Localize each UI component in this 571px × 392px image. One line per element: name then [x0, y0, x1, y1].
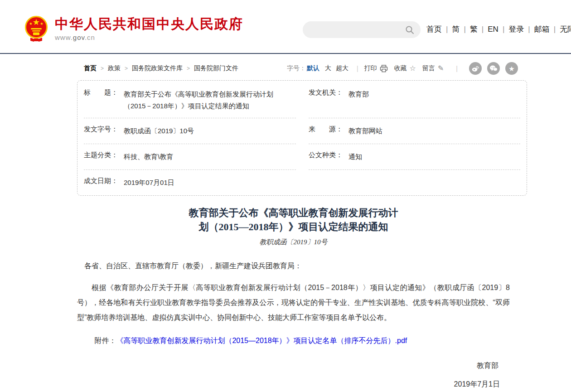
nav-separator: | — [498, 25, 508, 34]
breadcrumb-policy-library[interactable]: 国务院政策文件库 — [132, 64, 183, 72]
nav-separator: | — [442, 25, 452, 34]
site-url-cn: .cn — [85, 34, 95, 41]
font-size-label: 字号： — [287, 64, 306, 73]
search-box[interactable] — [303, 21, 421, 38]
breadcrumb-home[interactable]: 首页 — [84, 64, 97, 72]
meta-label: 主题分类： — [84, 151, 118, 160]
search-icon[interactable] — [405, 25, 414, 34]
meta-cell-source: 来 源：教育部网站 — [309, 118, 520, 144]
site-url-www: www. — [55, 34, 73, 41]
body-paragraph: 根据《教育部办公厅关于开展〈高等职业教育创新发展行动计划（2015－2018年）… — [77, 280, 510, 325]
meta-label: 来 源： — [309, 125, 343, 134]
sign-date: 2019年7月1日 — [77, 380, 510, 389]
meta-label: 发文字号： — [84, 125, 118, 134]
print-button[interactable]: 打印 — [364, 64, 388, 73]
printer-icon — [380, 65, 388, 73]
toolbar-divider: | — [357, 65, 358, 72]
nav-mail[interactable]: 邮箱 — [534, 25, 550, 34]
document-number: 教职成函〔2019〕10号 — [77, 238, 510, 247]
meta-cell-empty — [309, 169, 520, 195]
print-label: 打印 — [364, 64, 377, 73]
page-toolbar: 字号： 默认 大 超大 | 打印 收藏 ☆ 留言 ✎ | — [287, 62, 518, 75]
meta-label: 发文机关： — [309, 88, 343, 97]
wechat-icon — [489, 65, 498, 72]
page-title: 教育部关于公布《高等职业教育创新发展行动计划（2015—2018年）》项目认定结… — [185, 206, 402, 234]
meta-value: 教育部网站 — [348, 125, 382, 137]
article-content: 教育部关于公布《高等职业教育创新发展行动计划（2015—2018年）》项目认定结… — [77, 206, 527, 389]
weibo-icon — [471, 65, 479, 72]
nav-login[interactable]: 登录 — [508, 25, 524, 34]
nav-home[interactable]: 首页 — [426, 25, 442, 34]
attachment-label: 附件： — [94, 337, 116, 344]
favorite-button[interactable]: 收藏 ☆ — [394, 64, 416, 73]
meta-cell-doc-type: 公文种类：通知 — [309, 144, 520, 169]
share-wechat-button[interactable] — [487, 62, 500, 75]
chevron-right-icon: > — [101, 65, 104, 72]
nav-accessibility[interactable]: 无障碍 — [560, 25, 571, 34]
chevron-right-icon: > — [125, 65, 128, 72]
nav-simplified[interactable]: 简 — [452, 25, 460, 34]
site-title: 中华人民共和国中央人民政府 — [55, 16, 243, 32]
search-input[interactable] — [311, 23, 405, 37]
table-row: 标 题：教育部关于公布《高等职业教育创新发展行动计划（2015－2018年）》项… — [84, 81, 520, 118]
star-outline-icon: ☆ — [410, 65, 416, 72]
nav-traditional[interactable]: 繁 — [470, 25, 478, 34]
site-url-gov: gov — [73, 34, 85, 41]
meta-value: 教育部 — [348, 88, 369, 100]
table-row: 发文字号：教职成函〔2019〕10号 来 源：教育部网站 — [84, 118, 520, 144]
signer: 教育部 — [77, 361, 510, 371]
chevron-right-icon: > — [187, 65, 190, 72]
meta-cell-doc-number: 发文字号：教职成函〔2019〕10号 — [84, 118, 296, 144]
nav-separator: | — [478, 25, 488, 34]
table-row: 主题分类：科技、教育\教育 公文种类：通知 — [84, 144, 520, 169]
comment-button[interactable]: 留言 ✎ — [422, 64, 444, 73]
breadcrumb: 首页>政策>国务院政策文件库>国务院部门文件 — [84, 64, 238, 73]
share-weibo-button[interactable] — [469, 62, 482, 75]
attachment-pdf-link[interactable]: 《高等职业教育创新发展行动计划（2015—2018年）》项目认定名单（排序不分先… — [116, 337, 407, 344]
breadcrumb-department-docs[interactable]: 国务院部门文件 — [194, 64, 238, 72]
comment-label: 留言 — [422, 64, 435, 73]
font-size-default-button[interactable]: 默认 — [307, 64, 319, 73]
meta-cell-title: 标 题：教育部关于公布《高等职业教育创新发展行动计划（2015－2018年）》项… — [84, 81, 296, 118]
font-size-xlarge-button[interactable]: 超大 — [336, 64, 348, 73]
national-emblem-icon — [25, 15, 48, 42]
meta-label: 标 题： — [84, 88, 118, 97]
breadcrumb-policy[interactable]: 政策 — [108, 64, 121, 72]
meta-value: 2019年07月01日 — [124, 177, 174, 189]
nav-separator: | — [524, 25, 534, 34]
favorite-label: 收藏 — [394, 64, 407, 73]
breadcrumb-toolbar-row: 首页>政策>国务院政策文件库>国务院部门文件 字号： 默认 大 超大 | 打印 … — [77, 61, 527, 76]
meta-value: 通知 — [348, 151, 362, 163]
nav-separator: | — [460, 25, 469, 34]
qzone-star-icon: ★ — [508, 65, 514, 72]
meta-value: 教育部关于公布《高等职业教育创新发展行动计划（2015－2018年）》项目认定结… — [124, 88, 294, 112]
table-row: 成文日期：2019年07月01日 — [84, 169, 520, 195]
salutation-paragraph: 各省、自治区、直辖市教育厅（教委），新疆生产建设兵团教育局： — [77, 259, 510, 273]
nav-separator: | — [550, 25, 560, 34]
toolbar-divider: | — [456, 65, 458, 72]
site-url: www.gov.cn — [55, 34, 243, 41]
meta-cell-date: 成文日期：2019年07月01日 — [84, 169, 296, 195]
nav-english[interactable]: EN — [488, 25, 498, 34]
site-logo[interactable]: 中华人民共和国中央人民政府 www.gov.cn — [25, 15, 243, 42]
site-text: 中华人民共和国中央人民政府 www.gov.cn — [55, 15, 243, 41]
attachment-line: 附件：《高等职业教育创新发展行动计划（2015—2018年）》项目认定名单（排序… — [77, 334, 510, 348]
font-size-large-button[interactable]: 大 — [325, 64, 331, 73]
share-qzone-button[interactable]: ★ — [505, 62, 518, 75]
meta-cell-issuing-agency: 发文机关：教育部 — [309, 81, 520, 118]
document-meta-table: 标 题：教育部关于公布《高等职业教育创新发展行动计划（2015－2018年）》项… — [77, 80, 527, 196]
site-header: 中华人民共和国中央人民政府 www.gov.cn 首页|简|繁|EN|登录|邮箱… — [0, 0, 571, 54]
meta-label: 公文种类： — [309, 151, 343, 160]
meta-value: 教职成函〔2019〕10号 — [124, 125, 194, 137]
meta-value: 科技、教育\教育 — [124, 151, 173, 163]
meta-label: 成文日期： — [84, 177, 118, 185]
meta-cell-topic-category: 主题分类：科技、教育\教育 — [84, 144, 296, 169]
top-nav: 首页|简|繁|EN|登录|邮箱|无障碍 — [426, 24, 571, 34]
pencil-icon: ✎ — [438, 65, 444, 72]
